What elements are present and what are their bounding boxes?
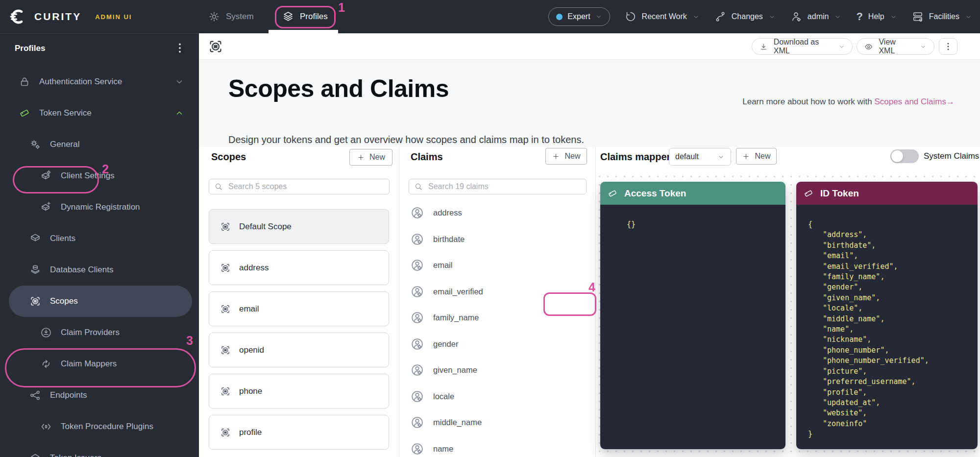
search-icon xyxy=(414,182,423,191)
scope-card-phone[interactable]: phone xyxy=(209,374,389,409)
claims-mapper-header: Claims mapper xyxy=(600,147,670,167)
claim-row-given-name[interactable]: given_name xyxy=(409,357,587,384)
sidebar-item-general[interactable]: General xyxy=(9,129,192,160)
scopes-search-input[interactable] xyxy=(227,182,384,192)
ticket-icon xyxy=(803,188,814,199)
branch-icon xyxy=(714,11,726,23)
new-claim-button[interactable]: New xyxy=(545,148,587,165)
sidebar-item-dynamic-registration[interactable]: Dynamic Registration xyxy=(9,192,192,223)
help-menu[interactable]: ? Help xyxy=(856,11,897,22)
sidebar-item-client-settings[interactable]: Client Settings xyxy=(9,160,192,192)
chevron-up-icon[interactable] xyxy=(174,108,184,118)
claims-search-input[interactable] xyxy=(427,182,581,192)
scope-icon xyxy=(220,304,231,314)
claim-row-birthdate[interactable]: birthdate xyxy=(409,226,587,253)
toolbar-kebab-button[interactable] xyxy=(939,38,957,55)
new-scope-button[interactable]: New xyxy=(349,149,392,166)
changes-menu[interactable]: Changes xyxy=(714,11,776,23)
access-token-code: {} xyxy=(600,205,785,449)
sidebar-item-icon xyxy=(40,201,52,213)
new-mapper-button[interactable]: New xyxy=(736,148,777,165)
system-claims-toggle[interactable] xyxy=(890,149,919,163)
scope-card-openid[interactable]: openid xyxy=(209,333,389,367)
expert-mode-dropdown[interactable]: Expert xyxy=(548,7,610,26)
sidebar-item-database-clients[interactable]: Database Clients xyxy=(9,254,192,286)
sidebar-item-icon xyxy=(29,264,41,276)
id-token-code: {"address","birthdate","email","email_ve… xyxy=(796,205,978,449)
question-icon: ? xyxy=(856,11,862,22)
annotation-digit-4: 4 xyxy=(588,280,595,294)
chevron-down-icon[interactable] xyxy=(174,77,184,87)
sidebar-item-token-procedure-plugins[interactable]: Token Procedure Plugins xyxy=(9,411,192,442)
claim-row-email-verified[interactable]: email_verified xyxy=(409,279,587,305)
sidebar-item-claim-mappers[interactable]: Claim Mappers xyxy=(9,348,192,380)
eye-icon xyxy=(864,42,873,51)
status-dot xyxy=(556,14,563,20)
download-as-xml-button[interactable]: Download as XML xyxy=(752,38,853,55)
nav-tab-profiles[interactable]: Profiles xyxy=(282,0,328,33)
claim-row-email[interactable]: email xyxy=(409,252,587,279)
scopes-page-icon xyxy=(208,39,223,54)
plus-icon xyxy=(552,152,560,161)
learn-more-link[interactable]: Scopes and Claims→ xyxy=(875,97,955,106)
claim-user-icon xyxy=(411,363,424,377)
scope-icon xyxy=(220,263,231,273)
scope-card-default-scope[interactable]: Default Scope xyxy=(209,209,389,244)
layers-icon xyxy=(282,11,294,23)
sidebar-item-icon xyxy=(19,76,30,88)
chevron-down-icon xyxy=(768,13,776,21)
column-divider xyxy=(399,147,399,457)
scopes-search xyxy=(209,179,390,194)
chevron-down-icon xyxy=(595,13,602,20)
chevron-down-icon xyxy=(834,13,841,21)
sidebar-item-icon xyxy=(19,107,30,119)
sidebar-item-authentication-service[interactable]: Authentication Service xyxy=(9,66,192,97)
scope-card-profile[interactable]: profile xyxy=(209,415,389,450)
sidebar-item-icon xyxy=(40,327,52,338)
ticket-icon xyxy=(607,188,618,199)
sidebar-item-icon xyxy=(40,358,52,370)
plus-icon xyxy=(742,152,750,161)
sidebar-item-token-issuers[interactable]: Token Issuers xyxy=(9,442,192,457)
kebab-menu-icon[interactable] xyxy=(173,42,186,54)
claims-header: Claims xyxy=(411,147,443,167)
sidebar-item-icon xyxy=(40,421,52,433)
scope-card-email[interactable]: email xyxy=(209,291,389,326)
admin-menu[interactable]: admin xyxy=(790,11,842,23)
sidebar-item-token-service[interactable]: Token Service xyxy=(9,97,192,129)
claim-row-middle-name[interactable]: middle_name xyxy=(409,409,587,436)
claim-user-icon xyxy=(411,311,424,324)
claims-search xyxy=(409,179,587,194)
content-toolbar: Download as XML View XML xyxy=(199,33,980,60)
recent-work-menu[interactable]: Recent Work xyxy=(625,11,700,23)
claim-row-gender[interactable]: gender xyxy=(409,331,587,358)
claim-row-locale[interactable]: locale xyxy=(409,384,587,410)
claim-user-icon xyxy=(411,442,424,456)
facilities-menu[interactable]: Facilities xyxy=(912,11,972,23)
claim-user-icon xyxy=(411,285,424,298)
active-tab-underline xyxy=(269,30,338,33)
id-token-panel: ID Token {"address","birthdate","email",… xyxy=(796,182,978,449)
sidebar-item-scopes[interactable]: Scopes xyxy=(9,286,192,317)
toggle-knob xyxy=(891,150,903,162)
sidebar-item-clients[interactable]: Clients xyxy=(9,223,192,254)
id-token-header: ID Token xyxy=(796,182,978,205)
claim-row-family-name[interactable]: family_name xyxy=(409,305,587,331)
scope-card-address[interactable]: address xyxy=(209,250,389,285)
claim-user-icon xyxy=(411,259,424,272)
sidebar-item-claim-providers[interactable]: Claim Providers xyxy=(9,317,192,348)
nav-tab-system[interactable]: System xyxy=(208,0,254,33)
claim-user-icon xyxy=(411,337,424,351)
sidebar-nav: Authentication Service Token Service Gen… xyxy=(9,66,192,457)
download-icon xyxy=(760,42,768,51)
topbar: CURITY ADMIN UI System Profiles Expert R… xyxy=(0,0,980,33)
claim-row-address[interactable]: address xyxy=(409,200,587,226)
claim-user-icon xyxy=(411,233,424,246)
system-claims-label: System Claims xyxy=(924,151,979,161)
sidebar-item-endpoints[interactable]: Endpoints xyxy=(9,380,192,411)
chevron-down-icon xyxy=(890,13,897,21)
gear-icon xyxy=(208,11,220,23)
mapper-select[interactable]: default xyxy=(669,148,731,166)
claim-row-name[interactable]: name xyxy=(409,436,587,457)
view-xml-button[interactable]: View XML xyxy=(857,38,934,55)
